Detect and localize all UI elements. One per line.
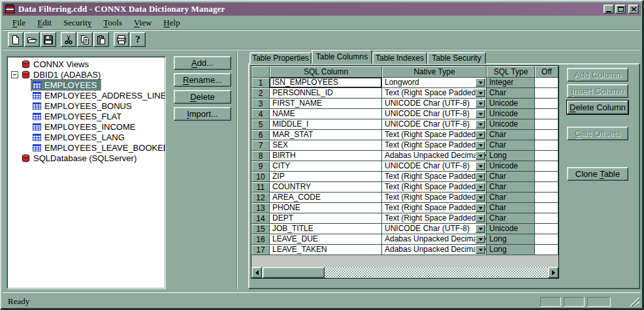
resize-grip[interactable] [630,298,639,307]
header-offset[interactable]: Off [535,66,558,78]
dropdown-button[interactable] [475,193,485,202]
dropdown-button[interactable] [475,110,485,118]
row-number[interactable]: 9 [251,161,270,172]
header-sql-column[interactable]: SQL Column [270,66,382,78]
offset-cell[interactable] [535,234,558,245]
row-number[interactable]: 12 [251,193,270,203]
sql-column-cell[interactable]: JOB_TITLE [270,224,382,234]
help-button[interactable]: ? [130,32,146,47]
dropdown-button[interactable] [475,78,485,87]
dropdown-button[interactable] [475,225,485,233]
row-number[interactable]: 13 [251,203,270,213]
sql-column-cell[interactable]: PHONE [270,203,382,213]
native-type-cell[interactable]: Text (Right Space Padded) [382,193,487,203]
sql-column-cell[interactable]: FIRST_NAME [270,99,382,109]
offset-cell[interactable] [535,140,558,151]
native-type-cell[interactable]: UNICODE Char (UTF-8) [382,161,487,172]
dropdown-button[interactable] [475,214,485,223]
menu-view[interactable]: View [128,17,157,29]
print-button[interactable] [114,32,129,47]
sql-column-cell[interactable]: ISN_EMPLOYEES [270,78,382,88]
add-column-button[interactable]: Add Column [567,68,628,82]
tree-item-employees-bonus[interactable]: EMPLOYEES_BONUS [7,101,165,111]
row-number[interactable]: 3 [251,99,270,109]
cut-button[interactable] [61,32,76,47]
tree-item-employees[interactable]: EMPLOYEES [7,80,165,90]
native-type-cell[interactable]: Text (Right Space Padded) [382,182,487,193]
native-type-cell[interactable]: UNICODE Char (UTF-8) [382,99,487,109]
offset-cell[interactable] [535,109,558,119]
dropdown-button[interactable] [475,235,485,243]
add-button[interactable]: Add... [174,56,231,70]
calc-offsets-button[interactable]: Calc Offsets [567,127,628,140]
sql-column-cell[interactable]: MIDDLE_I [270,119,382,130]
tree-item-employees-address-line[interactable]: EMPLOYEES_ADDRESS_LINE [7,90,165,101]
menu-security[interactable]: Security [57,17,97,29]
offset-cell[interactable] [535,119,558,130]
dropdown-button[interactable] [475,89,485,97]
dropdown-button[interactable] [475,245,485,254]
menu-edit[interactable]: Edit [31,17,57,29]
insert-column-button[interactable]: Insert Column [567,84,628,98]
tree-item-employees-income[interactable]: EMPLOYEES_INCOME [7,121,165,132]
tree-item-dbid1-adabas[interactable]: DBID1 (ADABAS) [7,69,165,80]
offset-cell[interactable] [535,151,558,161]
row-number[interactable]: 7 [251,140,270,151]
import-button[interactable]: Import... [174,107,231,121]
offset-cell[interactable] [535,213,558,224]
row-number[interactable]: 17 [251,245,270,255]
offset-cell[interactable] [535,193,558,203]
tree-item-employees-leave-booked[interactable]: EMPLOYEES_LEAVE_BOOKED [7,142,165,153]
scrollbar-thumb[interactable] [263,267,325,278]
offset-cell[interactable] [535,161,558,172]
row-number[interactable]: 2 [251,88,270,99]
dropdown-button[interactable] [475,162,485,170]
delete-button[interactable]: Delete [174,90,231,104]
tab-table-indexes[interactable]: Table Indexes [372,52,427,64]
offset-cell[interactable] [535,78,558,88]
sql-column-cell[interactable]: AREA_CODE [270,193,382,203]
offset-cell[interactable] [535,88,558,99]
delete-column-button[interactable]: Delete Column [567,101,628,114]
native-type-cell[interactable]: Adabas Unpacked Decimal-> In [382,151,487,161]
tab-table-properties[interactable]: Table Properties [250,52,312,64]
tree-item-employees-flat[interactable]: EMPLOYEES_FLAT [7,111,165,121]
native-type-cell[interactable]: Text (Right Space Padded) [382,140,487,151]
copy-button[interactable] [77,32,93,47]
paste-button[interactable] [93,32,109,47]
sql-column-cell[interactable]: DEPT [270,213,382,224]
tree-collapse-icon[interactable] [9,71,20,78]
native-type-cell[interactable]: Text (Right Space Padded) [382,88,487,99]
header-sql-type[interactable]: SQL Type [487,66,535,78]
native-type-cell[interactable]: Text (Right Space Padded) [382,213,487,224]
offset-cell[interactable] [535,99,558,109]
minimize-button[interactable] [604,5,614,14]
rename-button[interactable]: Rename... [174,73,231,87]
horizontal-scrollbar[interactable] [251,267,558,278]
tab-table-security[interactable]: Table Security [427,52,486,64]
header-native-type[interactable]: Native Type [382,66,487,78]
tree-item-employees-lang[interactable]: EMPLOYEES_LANG [7,132,165,142]
native-type-cell[interactable]: Longword [382,78,487,88]
offset-cell[interactable] [535,203,558,213]
open-button[interactable] [24,32,40,47]
offset-cell[interactable] [535,245,558,255]
sql-column-cell[interactable]: BIRTH [270,151,382,161]
sql-column-cell[interactable]: PERSONNEL_ID [270,88,382,99]
dropdown-button[interactable] [475,204,485,212]
row-number[interactable]: 15 [251,224,270,234]
new-button[interactable] [8,32,24,47]
save-button[interactable] [40,32,56,47]
sql-column-cell[interactable]: LEAVE_DUE [270,234,382,245]
row-number[interactable]: 8 [251,151,270,161]
sql-column-cell[interactable]: COUNTRY [270,182,382,193]
menu-file[interactable]: File [7,17,31,29]
row-number[interactable]: 1 [251,78,270,88]
offset-cell[interactable] [535,182,558,193]
row-number[interactable]: 5 [251,119,270,130]
native-type-cell[interactable]: Adabas Unpacked Decimal-> In [382,234,487,245]
dropdown-button[interactable] [475,141,485,149]
scroll-right-button[interactable] [548,267,558,278]
sql-column-cell[interactable]: MAR_STAT [270,130,382,140]
tree-item-connx-views[interactable]: CONNX Views [7,59,165,69]
